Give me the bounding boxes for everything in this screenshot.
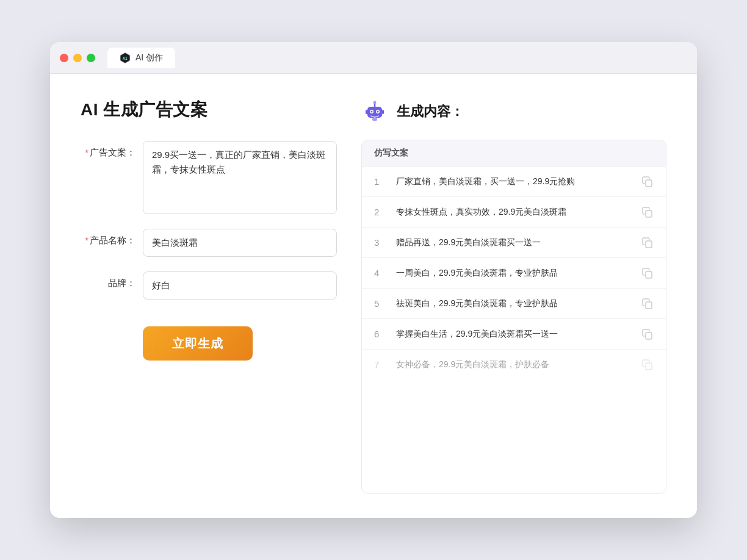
svg-rect-12 xyxy=(646,180,652,187)
result-row: 5 祛斑美白，29.9元美白淡斑霜，专业护肤品 xyxy=(362,289,666,319)
ad-copy-label: *广告文案： xyxy=(81,141,135,159)
svg-rect-9 xyxy=(372,118,377,121)
result-num-1: 1 xyxy=(374,176,386,187)
result-num-2: 2 xyxy=(374,207,386,217)
copy-icon-1[interactable] xyxy=(641,176,654,188)
product-name-input[interactable] xyxy=(143,229,337,257)
ad-copy-group: *广告文案： xyxy=(81,141,337,214)
result-row: 6 掌握美白生活，29.9元美白淡斑霜买一送一 xyxy=(362,319,666,350)
result-row: 4 一周美白，29.9元美白淡斑霜，专业护肤品 xyxy=(362,258,666,289)
ai-tab-icon: AI xyxy=(120,52,131,63)
svg-rect-15 xyxy=(646,271,652,278)
maximize-button[interactable] xyxy=(87,54,95,62)
result-row-faded: 7 女神必备，29.9元美白淡斑霜，护肤必备 xyxy=(362,350,666,379)
svg-rect-2 xyxy=(367,107,382,118)
right-title: 生成内容： xyxy=(397,102,464,121)
product-name-group: *产品名称： xyxy=(81,229,337,257)
copy-icon-7[interactable] xyxy=(641,359,654,371)
svg-rect-17 xyxy=(646,332,652,339)
brand-label: 品牌： xyxy=(81,271,135,289)
ad-copy-input[interactable] xyxy=(143,141,337,214)
svg-rect-13 xyxy=(646,210,652,217)
result-num-3: 3 xyxy=(374,237,386,248)
svg-rect-16 xyxy=(646,302,652,309)
result-text-2: 专抹女性斑点，真实功效，29.9元美白淡斑霜 xyxy=(396,206,632,218)
svg-rect-18 xyxy=(646,363,652,370)
svg-text:AI: AI xyxy=(123,56,128,61)
product-required: * xyxy=(85,235,88,245)
browser-window: AI AI 创作 AI 生成广告文案 *广告文案： *产品名称： xyxy=(50,42,697,518)
left-panel: AI 生成广告文案 *广告文案： *产品名称： 品牌： 立 xyxy=(81,98,337,494)
brand-input[interactable] xyxy=(143,271,337,300)
tab-label: AI 创作 xyxy=(135,52,163,63)
svg-rect-14 xyxy=(646,241,652,248)
svg-rect-11 xyxy=(382,110,384,114)
copy-icon-6[interactable] xyxy=(641,328,654,340)
result-row: 1 厂家直销，美白淡斑霜，买一送一，29.9元抢购 xyxy=(362,167,666,197)
result-text-6: 掌握美白生活，29.9元美白淡斑霜买一送一 xyxy=(396,328,632,340)
result-text-3: 赠品再送，29.9元美白淡斑霜买一送一 xyxy=(396,236,632,249)
result-row: 2 专抹女性斑点，真实功效，29.9元美白淡斑霜 xyxy=(362,197,666,228)
traffic-lights xyxy=(60,54,95,62)
result-num-7: 7 xyxy=(374,359,386,370)
right-header: 生成内容： xyxy=(361,98,666,125)
minimize-button[interactable] xyxy=(73,54,82,62)
svg-point-8 xyxy=(377,111,379,113)
result-text-4: 一周美白，29.9元美白淡斑霜，专业护肤品 xyxy=(396,267,632,279)
copy-icon-5[interactable] xyxy=(641,298,654,310)
svg-point-4 xyxy=(374,101,377,104)
result-row: 3 赠品再送，29.9元美白淡斑霜买一送一 xyxy=(362,228,666,258)
svg-point-7 xyxy=(371,111,373,113)
browser-content: AI 生成广告文案 *广告文案： *产品名称： 品牌： 立 xyxy=(50,74,697,518)
generate-button[interactable]: 立即生成 xyxy=(143,326,253,361)
ad-copy-required: * xyxy=(85,147,88,157)
result-text-5: 祛斑美白，29.9元美白淡斑霜，专业护肤品 xyxy=(396,297,632,310)
copy-icon-4[interactable] xyxy=(641,267,654,279)
right-panel: 生成内容： 仿写文案 1 厂家直销，美白淡斑霜，买一送一，29.9元抢购 2 xyxy=(361,98,666,494)
brand-group: 品牌： xyxy=(81,271,337,300)
result-text-7: 女神必备，29.9元美白淡斑霜，护肤必备 xyxy=(396,358,632,371)
svg-rect-10 xyxy=(366,110,367,114)
result-num-5: 5 xyxy=(374,298,386,309)
result-num-4: 4 xyxy=(374,268,386,278)
result-num-6: 6 xyxy=(374,329,386,339)
page-title: AI 生成广告文案 xyxy=(81,98,337,121)
product-name-label: *产品名称： xyxy=(81,229,135,246)
close-button[interactable] xyxy=(60,54,68,62)
results-table: 仿写文案 1 厂家直销，美白淡斑霜，买一送一，29.9元抢购 2 专抹女性斑点，… xyxy=(361,140,666,494)
results-header: 仿写文案 xyxy=(362,140,666,167)
copy-icon-3[interactable] xyxy=(641,237,654,249)
copy-icon-2[interactable] xyxy=(641,206,654,218)
result-text-1: 厂家直销，美白淡斑霜，买一送一，29.9元抢购 xyxy=(396,175,632,188)
robot-icon xyxy=(361,98,388,125)
browser-tab[interactable]: AI AI 创作 xyxy=(107,48,175,68)
titlebar: AI AI 创作 xyxy=(50,42,697,74)
